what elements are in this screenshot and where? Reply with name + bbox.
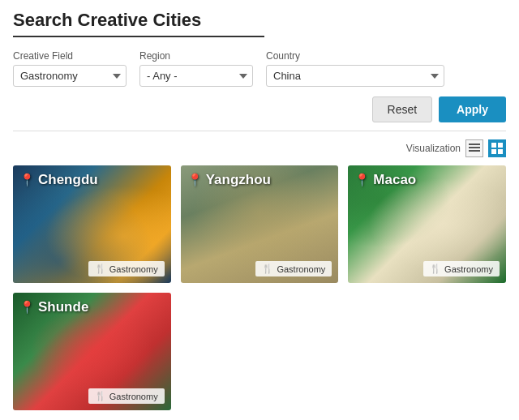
- pin-icon-chengdu: 📍: [19, 173, 35, 187]
- city-card-chengdu[interactable]: 📍 Chengdu 🍴 Gastronomy: [13, 165, 171, 283]
- region-group: Region - Any - Africa Asia and the Pacif…: [139, 50, 253, 87]
- svg-rect-3: [491, 143, 496, 148]
- country-label: Country: [266, 50, 444, 62]
- gastronomy-icon-yangzhou: 🍴: [262, 264, 273, 274]
- city-card-macao[interactable]: 📍 Macao 🍴 Gastronomy: [348, 165, 506, 283]
- card-overlay-yangzhou: 📍 Yangzhou 🍴 Gastronomy: [181, 165, 339, 283]
- page-title: Search Creative Cities: [13, 10, 506, 31]
- city-name-shunde: 📍 Shunde: [19, 299, 88, 315]
- buttons-row: Reset Apply: [13, 96, 506, 122]
- filters-row: Creative Field Gastronomy Design Film Li…: [13, 50, 506, 87]
- card-overlay-chengdu: 📍 Chengdu 🍴 Gastronomy: [13, 165, 171, 283]
- cities-grid: 📍 Chengdu 🍴 Gastronomy 📍 Yangzhou 🍴 Gast: [13, 165, 506, 410]
- list-icon: [469, 143, 480, 154]
- svg-rect-1: [469, 147, 480, 148]
- list-view-button[interactable]: [465, 139, 483, 157]
- city-tag-yangzhou: 🍴 Gastronomy: [255, 261, 332, 276]
- grid-icon: [491, 143, 503, 154]
- svg-rect-6: [498, 149, 503, 154]
- svg-rect-5: [491, 149, 496, 154]
- svg-rect-4: [498, 143, 503, 148]
- gastronomy-icon-chengdu: 🍴: [95, 264, 106, 274]
- creative-field-group: Creative Field Gastronomy Design Film Li…: [13, 50, 127, 87]
- country-group: Country China France Italy Japan United …: [266, 50, 444, 87]
- creative-field-label: Creative Field: [13, 50, 127, 62]
- country-select[interactable]: China France Italy Japan United States: [266, 65, 444, 87]
- city-tag-macao: 🍴 Gastronomy: [423, 261, 500, 276]
- svg-rect-2: [469, 150, 480, 152]
- visualization-row: Visualization: [13, 139, 506, 157]
- svg-rect-0: [469, 144, 480, 145]
- gastronomy-icon-macao: 🍴: [430, 264, 441, 274]
- region-label: Region: [139, 50, 253, 62]
- card-overlay-shunde: 📍 Shunde 🍴 Gastronomy: [13, 293, 171, 410]
- region-select[interactable]: - Any - Africa Asia and the Pacific Euro…: [139, 65, 253, 87]
- section-divider: [13, 131, 506, 131]
- card-overlay-macao: 📍 Macao 🍴 Gastronomy: [348, 165, 506, 283]
- creative-field-select[interactable]: Gastronomy Design Film Literature Music …: [13, 65, 127, 87]
- city-name-yangzhou: 📍 Yangzhou: [187, 172, 271, 188]
- page-container: Search Creative Cities Creative Field Ga…: [0, 0, 519, 420]
- pin-icon-macao: 📍: [354, 173, 370, 187]
- title-divider: [13, 36, 264, 37]
- city-name-chengdu: 📍 Chengdu: [19, 172, 98, 188]
- city-card-yangzhou[interactable]: 📍 Yangzhou 🍴 Gastronomy: [181, 165, 339, 283]
- grid-view-button[interactable]: [488, 139, 506, 157]
- city-tag-shunde: 🍴 Gastronomy: [88, 388, 165, 404]
- apply-button[interactable]: Apply: [439, 96, 506, 122]
- reset-button[interactable]: Reset: [372, 96, 433, 122]
- gastronomy-icon-shunde: 🍴: [95, 391, 106, 401]
- visualization-label: Visualization: [406, 143, 461, 154]
- pin-icon-yangzhou: 📍: [187, 173, 203, 187]
- city-name-macao: 📍 Macao: [354, 172, 416, 188]
- city-tag-chengdu: 🍴 Gastronomy: [88, 261, 165, 276]
- city-card-shunde[interactable]: 📍 Shunde 🍴 Gastronomy: [13, 293, 171, 410]
- pin-icon-shunde: 📍: [19, 300, 35, 315]
